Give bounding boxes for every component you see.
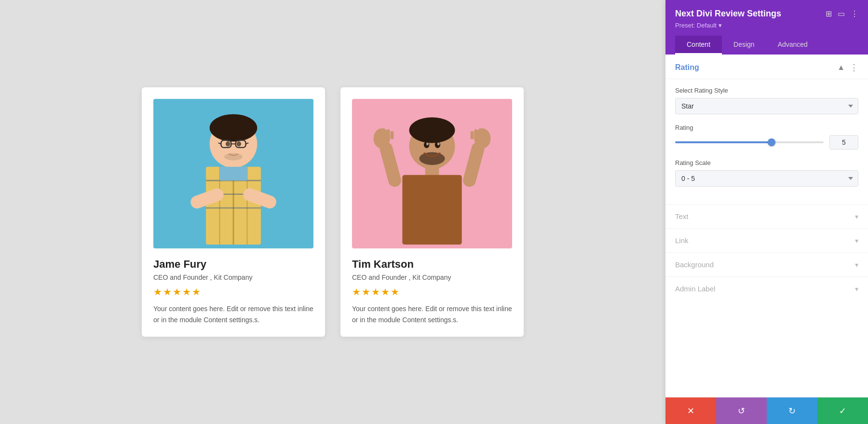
rating-style-group: Select Rating Style Star bbox=[675, 87, 858, 114]
svg-rect-37 bbox=[479, 128, 483, 139]
link-chevron-icon: ▾ bbox=[855, 237, 858, 245]
svg-point-18 bbox=[226, 141, 230, 146]
tab-advanced[interactable]: Advanced bbox=[766, 36, 819, 55]
redo-icon: ↻ bbox=[788, 406, 796, 416]
card-image-2 bbox=[352, 99, 512, 248]
rating-style-label: Select Rating Style bbox=[675, 87, 858, 94]
svg-point-25 bbox=[419, 152, 445, 165]
rating-scale-label: Rating Scale bbox=[675, 159, 858, 166]
review-card-1[interactable]: Jame Fury CEO and Founder , Kit Company … bbox=[142, 87, 325, 337]
svg-point-19 bbox=[237, 141, 241, 146]
panel-tabs: Content Design Advanced bbox=[675, 36, 858, 55]
background-section-header[interactable]: Background ▾ bbox=[665, 253, 868, 276]
review-text-1: Your content goes here. Edit or remove t… bbox=[153, 303, 313, 325]
background-section-title: Background bbox=[675, 260, 714, 269]
svg-rect-26 bbox=[425, 166, 439, 176]
undo-button[interactable]: ↺ bbox=[716, 397, 767, 424]
panel-title-icons: ⊞ ▭ ⋮ bbox=[826, 9, 858, 18]
cancel-button[interactable]: ✕ bbox=[665, 397, 716, 424]
svg-point-42 bbox=[426, 143, 429, 146]
redo-button[interactable]: ↻ bbox=[767, 397, 817, 424]
panel-title: Next Divi Review Settings bbox=[675, 9, 781, 19]
stars-1: ★ ★ ★ ★ ★ bbox=[153, 286, 313, 298]
svg-rect-39 bbox=[471, 131, 474, 139]
admin-label-section-header[interactable]: Admin Label ▾ bbox=[665, 277, 868, 301]
rating-options-icon[interactable]: ⋮ bbox=[850, 62, 858, 73]
tab-content[interactable]: Content bbox=[675, 36, 722, 55]
rating-label: Rating bbox=[675, 124, 858, 131]
rating-scale-select[interactable]: 0 - 5 bbox=[675, 170, 858, 187]
svg-rect-31 bbox=[382, 128, 386, 139]
review-card-2[interactable]: Tim Kartson CEO and Founder , Kit Compan… bbox=[340, 87, 524, 337]
link-section: Link ▾ bbox=[665, 228, 868, 252]
svg-rect-36 bbox=[483, 130, 487, 140]
rating-collapse-icon[interactable]: ▲ bbox=[837, 63, 845, 72]
admin-label-section-title: Admin Label bbox=[675, 285, 715, 293]
star-2: ★ bbox=[163, 286, 172, 298]
save-icon: ✓ bbox=[839, 406, 846, 416]
person-title-1: CEO and Founder , Kit Company bbox=[153, 274, 313, 281]
star-3: ★ bbox=[173, 286, 181, 298]
review-text-2: Your content goes here. Edit or remove t… bbox=[352, 303, 512, 325]
admin-label-chevron-icon: ▾ bbox=[855, 285, 858, 293]
canvas-area: Jame Fury CEO and Founder , Kit Company … bbox=[0, 0, 665, 424]
card-image-1 bbox=[153, 99, 313, 248]
more-icon[interactable]: ⋮ bbox=[851, 9, 858, 18]
background-section: Background ▾ bbox=[665, 252, 868, 276]
text-section: Text ▾ bbox=[665, 204, 868, 228]
rating-section-body: Select Rating Style Star Rating 5 Ra bbox=[665, 79, 868, 204]
svg-rect-32 bbox=[386, 129, 390, 139]
panel-title-row: Next Divi Review Settings ⊞ ▭ ⋮ bbox=[675, 9, 858, 19]
text-section-header[interactable]: Text ▾ bbox=[665, 205, 868, 228]
rating-value-input[interactable]: 5 bbox=[829, 135, 858, 150]
rating-slider-group: Rating 5 bbox=[675, 124, 858, 150]
panel-footer: ✕ ↺ ↻ ✓ bbox=[665, 397, 868, 424]
tab-design[interactable]: Design bbox=[722, 36, 766, 55]
rating-section-header: Rating ▲ ⋮ bbox=[665, 55, 868, 79]
person-title-2: CEO and Founder , Kit Company bbox=[352, 274, 512, 281]
responsive-icon[interactable]: ⊞ bbox=[826, 9, 832, 18]
cancel-icon: ✕ bbox=[687, 406, 694, 416]
slider-thumb[interactable] bbox=[768, 138, 775, 146]
section-actions: ▲ ⋮ bbox=[837, 62, 858, 73]
link-section-header[interactable]: Link ▾ bbox=[665, 229, 868, 252]
person-illustration-2 bbox=[352, 99, 512, 248]
star-2: ★ bbox=[362, 286, 370, 298]
person-name-1: Jame Fury bbox=[153, 258, 313, 271]
svg-rect-21 bbox=[220, 167, 247, 180]
person-name-2: Tim Kartson bbox=[352, 258, 512, 271]
rating-section-title: Rating bbox=[675, 63, 699, 72]
panel-preset[interactable]: Preset: Default ▾ bbox=[675, 22, 858, 29]
svg-rect-33 bbox=[391, 131, 394, 139]
star-4: ★ bbox=[182, 286, 191, 298]
svg-rect-27 bbox=[402, 175, 461, 245]
slider-fill bbox=[675, 141, 772, 143]
svg-point-43 bbox=[437, 143, 440, 146]
svg-point-40 bbox=[424, 142, 429, 148]
rating-slider-track[interactable] bbox=[675, 141, 824, 143]
admin-label-section: Admin Label ▾ bbox=[665, 276, 868, 301]
preset-label: Preset: Default bbox=[675, 22, 717, 29]
svg-rect-38 bbox=[474, 129, 478, 139]
svg-point-24 bbox=[409, 117, 455, 143]
rating-row: 5 bbox=[675, 135, 858, 150]
fullscreen-icon[interactable]: ▭ bbox=[838, 9, 845, 18]
save-button[interactable]: ✓ bbox=[817, 397, 868, 424]
stars-2: ★ ★ ★ ★ ★ bbox=[352, 286, 512, 298]
panel-header: Next Divi Review Settings ⊞ ▭ ⋮ Preset: … bbox=[665, 0, 868, 55]
link-section-title: Link bbox=[675, 236, 689, 245]
text-chevron-icon: ▾ bbox=[855, 213, 858, 220]
undo-icon: ↺ bbox=[738, 406, 745, 416]
rating-style-select[interactable]: Star bbox=[675, 98, 858, 114]
star-1: ★ bbox=[352, 286, 361, 298]
svg-point-20 bbox=[224, 153, 243, 160]
svg-point-2 bbox=[210, 114, 258, 142]
background-chevron-icon: ▾ bbox=[855, 261, 858, 269]
person-illustration-1 bbox=[153, 99, 313, 248]
text-section-title: Text bbox=[675, 212, 689, 220]
svg-rect-30 bbox=[377, 130, 381, 140]
star-1: ★ bbox=[153, 286, 162, 298]
svg-point-41 bbox=[435, 142, 440, 148]
preset-arrow: ▾ bbox=[719, 22, 722, 29]
rating-scale-group: Rating Scale 0 - 5 bbox=[675, 159, 858, 187]
